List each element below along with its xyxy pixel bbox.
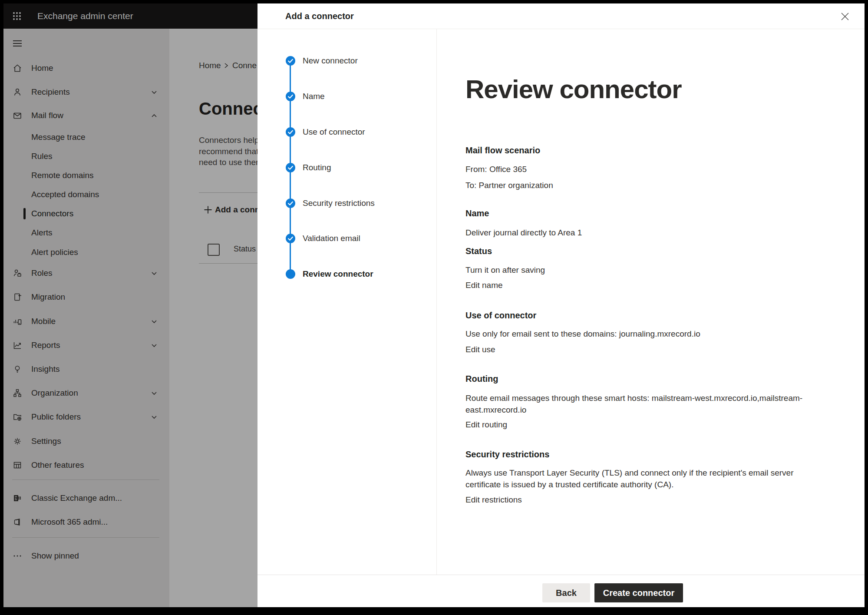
section-title-name: Name xyxy=(465,208,839,219)
step-completed-icon xyxy=(286,163,295,172)
review-heading: Review connector xyxy=(465,75,839,104)
use-of-connector-value: Use only for email sent to these domains… xyxy=(465,328,839,340)
routing-value-line2: east.mxrecord.io xyxy=(465,404,839,416)
create-connector-button[interactable]: Create connector xyxy=(594,583,683,602)
review-panel: Review connector Mail flow scenario From… xyxy=(465,3,839,506)
edit-restrictions-link[interactable]: Edit restrictions xyxy=(465,494,522,506)
routing-value-line1: Route email messages through these smart… xyxy=(465,392,839,404)
section-title-security-restrictions: Security restrictions xyxy=(465,449,839,460)
edit-name-link[interactable]: Edit name xyxy=(465,279,503,291)
step-completed-icon xyxy=(286,92,295,101)
section-title-use-of-connector: Use of connector xyxy=(465,310,839,321)
status-value: Turn it on after saving xyxy=(465,264,839,276)
security-value-line2: certificate is issued by a trusted certi… xyxy=(465,479,839,490)
footer-divider xyxy=(257,575,865,575)
step-completed-icon xyxy=(286,127,295,137)
mail-flow-from: From: Office 365 xyxy=(465,163,839,175)
step-completed-icon xyxy=(286,198,295,208)
security-value-line1: Always use Transport Layer Security (TLS… xyxy=(465,467,839,479)
step-current-icon xyxy=(286,269,295,279)
edit-use-link[interactable]: Edit use xyxy=(465,344,495,355)
step-completed-icon xyxy=(286,234,295,243)
mail-flow-to: To: Partner organization xyxy=(465,179,839,191)
app-window: Exchange admin center Home Recipients Ma… xyxy=(3,3,865,607)
section-title-status: Status xyxy=(465,245,839,257)
section-title-mail-flow-scenario: Mail flow scenario xyxy=(465,145,839,156)
dialog-title: Add a connector xyxy=(285,3,354,29)
close-icon[interactable] xyxy=(840,12,850,21)
name-value: Deliver journal directly to Area 1 xyxy=(465,227,839,238)
edit-routing-link[interactable]: Edit routing xyxy=(465,419,507,430)
back-button[interactable]: Back xyxy=(542,583,590,602)
step-completed-icon xyxy=(286,56,295,66)
section-title-routing: Routing xyxy=(465,373,839,385)
add-connector-dialog: Add a connector New connector Name Use o… xyxy=(257,3,865,607)
panel-divider xyxy=(436,29,437,575)
